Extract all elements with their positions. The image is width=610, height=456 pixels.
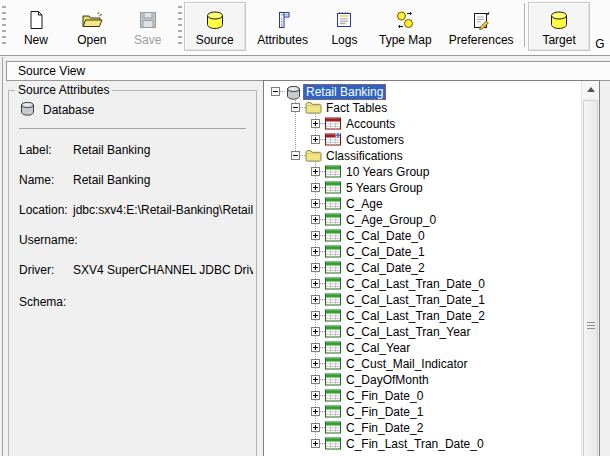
tree-node-label[interactable]: C_Cal_Date_0: [343, 228, 428, 244]
tree-expand-plus-box[interactable]: [311, 183, 320, 192]
tree-node-label[interactable]: C_Cal_Last_Tran_Date_2: [343, 308, 488, 324]
toolbar-gripper[interactable]: [178, 6, 182, 46]
toolbar-button-source[interactable]: Source: [184, 2, 246, 51]
tree-expand-plus-box[interactable]: [311, 119, 320, 128]
scrollbar-up-arrow[interactable]: [582, 81, 599, 98]
tree-node-label[interactable]: C_Cal_Date_2: [343, 260, 428, 276]
tree-expand-plus-box[interactable]: [311, 247, 320, 256]
tree-node-c-cal-last-tran-date-1[interactable]: C_Cal_Last_Tran_Date_1: [265, 292, 583, 308]
toolbar-button-target[interactable]: Target: [528, 2, 590, 51]
tree-expand-minus-box[interactable]: [291, 103, 300, 112]
scrollbar-thumb[interactable]: [583, 100, 598, 456]
tree-node-label[interactable]: Customers: [343, 132, 407, 148]
tree-node-label[interactable]: C_Cal_Last_Tran_Date_1: [343, 292, 488, 308]
tree-node-c-fin-date-1[interactable]: C_Fin_Date_1: [265, 404, 583, 420]
tree-expand-plus-box[interactable]: [311, 231, 320, 240]
tree-node-label[interactable]: Fact Tables: [323, 100, 390, 116]
tree-expand-plus-box[interactable]: [311, 167, 320, 176]
tree-node-c-cal-date-0[interactable]: C_Cal_Date_0: [265, 228, 583, 244]
tree-node-label[interactable]: C_Fin_Date_0: [343, 388, 426, 404]
tree-node-label[interactable]: C_Fin_Date_2: [343, 420, 426, 436]
tree-node-c-fin-date-2[interactable]: C_Fin_Date_2: [265, 420, 583, 436]
tree-node-c-cal-date-2[interactable]: C_Cal_Date_2: [265, 260, 583, 276]
tree-expand-plus-box[interactable]: [311, 407, 320, 416]
tree-node-c-fin-date-0[interactable]: C_Fin_Date_0: [265, 388, 583, 404]
tree-expand-plus-box[interactable]: [311, 199, 320, 208]
tree-node-label[interactable]: C_Cal_Date_1: [343, 244, 428, 260]
toolbar-button-g[interactable]: G: [590, 2, 610, 51]
tree-expand-plus-box[interactable]: [311, 135, 320, 144]
tree-node-label[interactable]: C_Cal_Year: [343, 340, 413, 356]
tree-node-c-cal-last-tran-date-2[interactable]: C_Cal_Last_Tran_Date_2: [265, 308, 583, 324]
tree-node-5-years-group[interactable]: 5 Years Group: [265, 180, 583, 196]
tree-node-customers[interactable]: Customers: [265, 132, 583, 148]
scrollbar-grip-icon: [587, 322, 595, 330]
window-left-edge: [2, 57, 3, 456]
tree-node-c-age[interactable]: C_Age: [265, 196, 583, 212]
tree-expand-plus-box[interactable]: [311, 343, 320, 352]
tree-node-label[interactable]: C_Fin_Date_1: [343, 404, 426, 420]
tree-expand-plus-box[interactable]: [311, 423, 320, 432]
groupbox-divider: [19, 128, 246, 129]
tree-node-label[interactable]: C_Cal_Last_Tran_Year: [343, 324, 474, 340]
tree-expand-plus-box[interactable]: [311, 439, 320, 448]
folder-icon: [305, 101, 322, 115]
tree-node-label[interactable]: C_Cust_Mail_Indicator: [343, 356, 470, 372]
tree-node-label[interactable]: C_DayOfMonth: [343, 372, 432, 388]
tree-node-label[interactable]: 5 Years Group: [343, 180, 426, 196]
tree-node-retail-banking[interactable]: Retail Banking: [265, 84, 583, 100]
tree-node-c-age-group-0[interactable]: C_Age_Group_0: [265, 212, 583, 228]
tree-node-label[interactable]: Accounts: [343, 116, 398, 132]
field-label: Label:: [19, 143, 73, 157]
tree-node-label[interactable]: 10 Years Group: [343, 164, 432, 180]
tree-expand-plus-box[interactable]: [311, 295, 320, 304]
tree-expand-plus-box[interactable]: [311, 359, 320, 368]
tree-expand-plus-box[interactable]: [311, 375, 320, 384]
tree-expand-plus-box[interactable]: [311, 391, 320, 400]
field-label: Username:: [19, 233, 73, 247]
tree-node-label[interactable]: C_Age: [343, 196, 386, 212]
table-green-icon: [325, 197, 342, 211]
database-object-label: Database: [43, 103, 94, 117]
tree-node-c-dayofmonth[interactable]: C_DayOfMonth: [265, 372, 583, 388]
tree-expand-plus-box[interactable]: [311, 327, 320, 336]
tree-node-accounts[interactable]: Accounts: [265, 116, 583, 132]
tree-expand-minus-box[interactable]: [291, 151, 300, 160]
table-red-plus-icon: [325, 133, 342, 147]
tree-expand-plus-box[interactable]: [311, 263, 320, 272]
field-label: Location:: [19, 203, 73, 217]
tree-expand-minus-box[interactable]: [271, 87, 280, 96]
tree-guide-line: [295, 132, 296, 148]
tree-node-c-cal-year[interactable]: C_Cal_Year: [265, 340, 583, 356]
toolbar-button-open[interactable]: Open: [64, 2, 120, 51]
source-view-header: Source View: [6, 61, 610, 81]
toolbar-button-attributes[interactable]: Attributes: [246, 2, 320, 51]
tree-node-10-years-group[interactable]: 10 Years Group: [265, 164, 583, 180]
toolbar-button-new[interactable]: New: [8, 2, 64, 51]
tree-node-classifications[interactable]: Classifications: [265, 148, 583, 164]
app-window: NewOpenSaveSourceAttributesLogsType MapP…: [0, 0, 610, 456]
toolbar-button-logs[interactable]: Logs: [319, 2, 369, 51]
toolbar-button-save[interactable]: Save: [120, 2, 176, 51]
table-green-icon: [325, 437, 342, 451]
tree-node-fact-tables[interactable]: Fact Tables: [265, 100, 583, 116]
tree-scrollbar[interactable]: [581, 81, 599, 456]
toolbar-gripper[interactable]: [2, 6, 6, 46]
table-green-icon: [325, 405, 342, 419]
tree-node-label[interactable]: C_Age_Group_0: [343, 212, 439, 228]
tree-node-label[interactable]: C_Fin_Last_Tran_Date_0: [343, 436, 487, 452]
toolbar-button-preferences[interactable]: Preferences: [441, 2, 521, 51]
tree-node-label[interactable]: Classifications: [323, 148, 406, 164]
tree-node-c-cal-last-tran-year[interactable]: C_Cal_Last_Tran_Year: [265, 324, 583, 340]
tree-expand-plus-box[interactable]: [311, 279, 320, 288]
tree-node-c-cal-last-tran-date-0[interactable]: C_Cal_Last_Tran_Date_0: [265, 276, 583, 292]
toolbar-button-type-map[interactable]: Type Map: [369, 2, 441, 51]
tree-node-c-fin-last-tran-date-0[interactable]: C_Fin_Last_Tran_Date_0: [265, 436, 583, 452]
tree-node-label[interactable]: Retail Banking: [303, 84, 386, 100]
tree-node-c-cal-date-1[interactable]: C_Cal_Date_1: [265, 244, 583, 260]
tree-expand-plus-box[interactable]: [311, 215, 320, 224]
tree-node-label[interactable]: C_Cal_Last_Tran_Date_0: [343, 276, 488, 292]
toolbar-button-label: Target: [542, 33, 575, 47]
tree-node-c-cust-mail-indicator[interactable]: C_Cust_Mail_Indicator: [265, 356, 583, 372]
tree-expand-plus-box[interactable]: [311, 311, 320, 320]
